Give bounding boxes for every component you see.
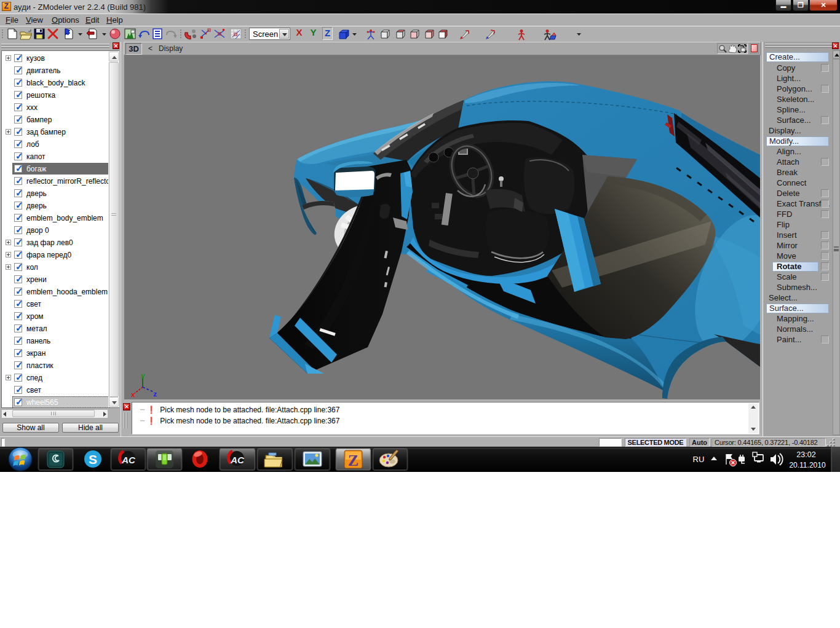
svg-text:S: S [89,452,97,466]
svg-text:RU: RU [693,455,705,464]
svg-text:y: y [141,372,145,380]
svg-text:AC: AC [230,455,245,465]
svg-text:23:02: 23:02 [796,450,815,459]
svg-text:Z: Z [348,452,359,469]
svg-text:AC: AC [121,455,136,465]
svg-text:z: z [153,391,157,398]
svg-text:20.11.2010: 20.11.2010 [789,461,825,469]
svg-text:x: x [131,391,135,398]
